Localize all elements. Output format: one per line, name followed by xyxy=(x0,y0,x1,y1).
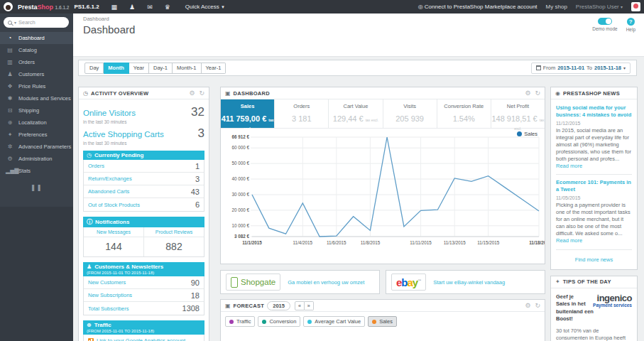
sidebar-item-orders[interactable]: ▥Orders xyxy=(0,56,73,68)
messages-icon[interactable]: ✉ xyxy=(147,4,153,11)
sidebar-item-price-rules[interactable]: ❖Price Rules xyxy=(0,80,73,92)
svg-text:11/1/2015: 11/1/2015 xyxy=(242,240,262,245)
news-article-1-title[interactable]: Using social media for your business: 4 … xyxy=(556,104,632,119)
news-article-2-date: 11/05/2015 xyxy=(556,195,632,200)
activity-refresh-icon[interactable]: ↻ xyxy=(199,90,204,97)
sidebar-collapse-button[interactable]: ❚❚ xyxy=(0,184,73,191)
read-more-link[interactable]: Read more xyxy=(556,237,582,244)
sidebar-item-customers[interactable]: ♟Customers xyxy=(0,68,73,80)
prestashop-logo[interactable] xyxy=(4,2,13,11)
sidebar-item-advanced-parameters[interactable]: ✲Advanced Parameters xyxy=(0,141,73,153)
news-article-1-text: In 2015, social media are an integral pa… xyxy=(556,127,632,170)
dashboard-settings-icon[interactable]: ⚙ xyxy=(525,90,530,97)
quick-access-menu[interactable]: Quick Access ▼ xyxy=(185,4,225,10)
online-visitors-link[interactable]: Online Visitors xyxy=(83,109,136,117)
svg-text:10 000 €: 10 000 € xyxy=(231,223,249,228)
currently-pending-header: ◷Currently Pending xyxy=(83,151,204,160)
customers-quick-icon[interactable]: ♟ xyxy=(129,4,135,11)
metric-visits[interactable]: Visits 205 939 xyxy=(383,99,437,128)
find-more-news-link[interactable]: Find more news xyxy=(556,254,632,264)
globe-icon: ⊕ xyxy=(87,322,92,328)
shopgate-link[interactable]: Ga mobiel en verhoog uw omzet xyxy=(288,279,364,286)
range-month-1-button[interactable]: Month-1 xyxy=(173,63,202,74)
news-title: PRESTASHOP NEWS xyxy=(563,90,620,97)
forecast-cart-icon: ▣ xyxy=(225,303,231,309)
sales-legend-dot xyxy=(517,131,522,136)
date-range-picker[interactable]: From2015-11-01 To2015-11-18 ▾ xyxy=(531,63,631,74)
forecast-settings-icon[interactable]: ⚙ xyxy=(525,302,530,309)
google-analytics-link[interactable]: Link to your Google Analytics account xyxy=(97,337,185,341)
search-icon xyxy=(8,21,12,25)
range-day-1-button[interactable]: Day-1 xyxy=(149,63,173,74)
metric-net-profit[interactable]: Net Profit 148 918,51 € tax excl. xyxy=(491,99,545,128)
sidebar-item-localization[interactable]: ⊕Localization xyxy=(0,117,73,129)
forecast-title: FORECAST xyxy=(234,303,265,309)
metric-cart-value[interactable]: Cart Value 129,44 € tax excl. xyxy=(329,99,383,128)
ingenico-logo[interactable]: ingenico Payment services xyxy=(588,293,632,308)
pending-row-abandoned-carts: Abandoned Carts43 xyxy=(84,185,204,198)
search-input[interactable] xyxy=(18,19,58,26)
metric-sales[interactable]: Sales 411 759,00 € tax excl. xyxy=(221,99,275,128)
search-scope-caret[interactable]: ▾ xyxy=(14,20,16,25)
range-month-button[interactable]: Month xyxy=(104,63,129,74)
ebay-banner[interactable]: ebay™ Start uw eBay-winkel vandaag xyxy=(386,270,545,294)
forecast-legend: Traffic Conversion Average Cart Value Sa… xyxy=(221,312,545,331)
news-article-2-title[interactable]: Ecommerce 101: Payments in a Tweet xyxy=(556,179,632,193)
forecast-next-button[interactable]: » xyxy=(305,301,314,310)
new-customers-row: New Customers90 xyxy=(84,276,204,289)
read-more-link[interactable]: Read more xyxy=(556,163,582,169)
user-menu[interactable]: PrestaShop User ▾ xyxy=(576,4,623,10)
user-avatar[interactable] xyxy=(631,2,640,11)
forecast-year[interactable]: 2015 xyxy=(267,301,290,310)
content-header: Dashboard Dashboard Demo mode ? Help xyxy=(73,13,644,57)
forecast-refresh-icon[interactable]: ↻ xyxy=(535,302,540,309)
sidebar-search[interactable]: ▾ xyxy=(4,17,69,28)
activity-overview-panel: ◷ ACTIVITY OVERVIEW ⚙↻ Online Visitors 3… xyxy=(78,87,209,341)
brand-name[interactable]: PrestaShop 1.6.1.2 xyxy=(18,4,69,11)
forecast-conversion-button[interactable]: Conversion xyxy=(258,316,300,327)
tips-text: 30 tot 70% van de consumenten in Europa … xyxy=(556,328,632,341)
total-subscribers-row: Total Subscribers1308 xyxy=(84,302,204,315)
stats-icon: ▂▅▇ xyxy=(6,168,14,174)
demo-mode-label: Demo mode xyxy=(592,26,617,31)
person-icon: ♟ xyxy=(87,264,92,270)
metric-conversion-rate[interactable]: Conversion Rate 1.54% xyxy=(437,99,491,128)
lightbulb-icon: ✦ xyxy=(555,278,560,285)
trophy-icon[interactable]: ♛ xyxy=(165,4,170,11)
sidebar-item-stats[interactable]: ▂▅▇Stats xyxy=(0,165,73,177)
sidebar-item-shipping[interactable]: ⊟Shipping xyxy=(0,104,73,117)
forecast-sales-button[interactable]: Sales xyxy=(368,316,397,327)
chart-legend: Sales xyxy=(517,131,537,137)
online-visitors-value: 32 xyxy=(191,105,204,119)
sidebar-item-dashboard[interactable]: ◔Dashboard xyxy=(0,32,73,44)
active-carts-link[interactable]: Active Shopping Carts xyxy=(83,130,164,139)
advanced-parameters-icon: ✲ xyxy=(6,144,14,150)
dashboard-panel-title: DASHBOARD xyxy=(234,90,270,97)
metrics-row: Sales 411 759,00 € tax excl. Orders 3 18… xyxy=(221,99,545,129)
shipping-icon: ⊟ xyxy=(6,107,14,114)
shopgate-banner[interactable]: Shopgate Ga mobiel en verhoog uw omzet xyxy=(220,270,380,294)
cart-icon[interactable]: ▦ xyxy=(111,4,118,11)
sidebar-item-administration[interactable]: ⚙Administration xyxy=(0,153,73,165)
sidebar-bottom xyxy=(0,207,73,341)
demo-mode-toggle[interactable] xyxy=(598,18,612,25)
range-year-1-button[interactable]: Year-1 xyxy=(202,63,227,74)
sidebar-item-preferences[interactable]: ✦Preferences xyxy=(0,129,73,141)
help-icon[interactable]: ? xyxy=(627,18,635,26)
breadcrumb[interactable]: Dashboard xyxy=(83,16,109,22)
orders-icon: ▥ xyxy=(6,59,14,65)
activity-settings-icon[interactable]: ⚙ xyxy=(189,90,195,97)
forecast-prev-button[interactable]: « xyxy=(295,301,305,310)
marketplace-link[interactable]: ◎ Connect to PrestaShop Marketplace acco… xyxy=(418,4,537,10)
range-day-button[interactable]: Day xyxy=(84,63,104,74)
my-shop-link[interactable]: My shop xyxy=(546,4,567,10)
ebay-link[interactable]: Start uw eBay-winkel vandaag xyxy=(433,279,505,286)
sidebar-item-catalog[interactable]: ▤Catalog xyxy=(0,44,73,56)
metric-orders[interactable]: Orders 3 181 xyxy=(275,99,329,128)
range-year-button[interactable]: Year xyxy=(129,63,149,74)
page-title: Dashboard xyxy=(83,23,135,36)
forecast-avg-cart-button[interactable]: Average Cart Value xyxy=(303,316,365,327)
dashboard-refresh-icon[interactable]: ↻ xyxy=(535,90,540,97)
sidebar-item-modules[interactable]: ✱Modules and Services xyxy=(0,92,73,104)
forecast-traffic-button[interactable]: Traffic xyxy=(225,316,255,327)
